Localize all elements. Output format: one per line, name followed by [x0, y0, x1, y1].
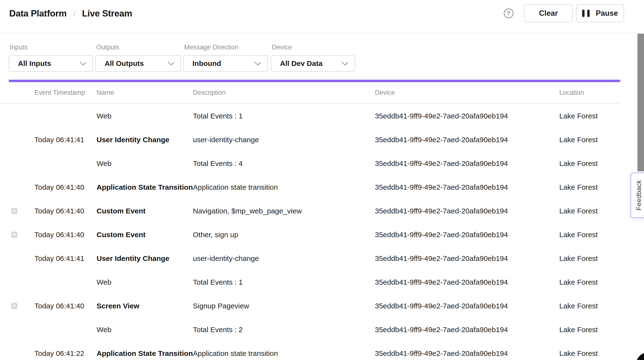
device-id-cell: 35eddb41-9ff9-49e2-7aed-20afa90eb194: [375, 294, 508, 318]
table-row[interactable]: Today 06:41:22 Application State Transit…: [0, 342, 644, 360]
event-timestamp-cell: Today 06:41:40: [34, 176, 84, 199]
event-timestamp-cell: Today 06:41:40: [34, 223, 84, 247]
device-id-cell: 35eddb41-9ff9-49e2-7aed-20afa90eb194: [375, 223, 508, 247]
location-cell: Lake Forest: [559, 104, 598, 128]
event-name-cell: User Identity Change: [96, 247, 169, 270]
event-name-cell: Custom Event: [96, 199, 146, 223]
plus-icon: +: [12, 303, 16, 309]
pause-button-label: Pause: [596, 9, 618, 18]
filter-inputs: Inputs All Inputs: [9, 33, 93, 72]
feedback-tab-label: Feedback: [635, 180, 643, 210]
chevron-down-icon: [342, 59, 348, 65]
filter-message-direction: Message Direction Inbound: [183, 33, 268, 72]
plus-icon: +: [12, 208, 16, 214]
description-cell: user-identity-change: [193, 128, 259, 152]
column-header-name: Name: [96, 82, 114, 103]
device-id-cell: 35eddb41-9ff9-49e2-7aed-20afa90eb194: [375, 270, 508, 294]
message-direction-dropdown-value: Inbound: [192, 59, 221, 68]
expand-button[interactable]: +: [11, 232, 18, 238]
filter-outputs-label: Outputs: [96, 44, 181, 51]
location-cell: Lake Forest: [559, 152, 598, 176]
description-cell: Navigation, $mp_web_page_view: [193, 199, 302, 223]
device-id-cell: 35eddb41-9ff9-49e2-7aed-20afa90eb194: [375, 104, 508, 128]
event-name-cell: User Identity Change: [96, 128, 169, 152]
event-timestamp-cell: Today 06:41:41: [34, 128, 84, 152]
live-stream-accent-bar: [9, 80, 620, 82]
description-cell: Total Events : 1: [193, 104, 243, 128]
pause-button[interactable]: Pause: [576, 4, 624, 22]
description-cell: user-identity-change: [193, 247, 259, 270]
table-row[interactable]: Today 06:41:41 User Identity Change user…: [0, 247, 644, 270]
header-actions: ? Clear Pause: [504, 4, 624, 22]
pause-icon: [582, 10, 590, 17]
table-row[interactable]: + Today 06:41:40 Custom Event Other, sig…: [0, 223, 644, 247]
device-id-cell: 35eddb41-9ff9-49e2-7aed-20afa90eb194: [375, 247, 508, 270]
device-id-cell: 35eddb41-9ff9-49e2-7aed-20afa90eb194: [375, 128, 508, 152]
scrollbar-thumb[interactable]: [638, 34, 644, 171]
table-row[interactable]: Web Total Events : 2 35eddb41-9ff9-49e2-…: [0, 318, 644, 342]
column-header-location: Location: [559, 82, 584, 103]
device-id-cell: 35eddb41-9ff9-49e2-7aed-20afa90eb194: [375, 176, 508, 199]
breadcrumb: Data Platform / Live Stream: [9, 4, 132, 23]
inputs-dropdown[interactable]: All Inputs: [9, 55, 93, 72]
event-name-cell: Web: [96, 104, 112, 128]
device-id-cell: 35eddb41-9ff9-49e2-7aed-20afa90eb194: [375, 318, 508, 342]
location-cell: Lake Forest: [559, 176, 598, 199]
chevron-down-icon: [168, 59, 174, 65]
expand-button[interactable]: +: [11, 208, 18, 214]
description-cell: Total Events : 2: [193, 318, 243, 342]
description-cell: Signup Pageview: [193, 294, 249, 318]
table-header-row: Event Timestamp Name Description Device …: [0, 82, 620, 104]
device-id-cell: 35eddb41-9ff9-49e2-7aed-20afa90eb194: [375, 152, 508, 176]
event-name-cell: Application State Transition: [96, 176, 193, 199]
chevron-down-icon: [254, 59, 261, 65]
event-table-body: Web Total Events : 1 35eddb41-9ff9-49e2-…: [0, 104, 644, 360]
location-cell: Lake Forest: [559, 247, 598, 270]
inputs-dropdown-value: All Inputs: [18, 59, 51, 68]
message-direction-dropdown[interactable]: Inbound: [183, 55, 268, 72]
location-cell: Lake Forest: [559, 199, 598, 223]
location-cell: Lake Forest: [559, 270, 598, 294]
table-row[interactable]: Web Total Events : 4 35eddb41-9ff9-49e2-…: [0, 152, 644, 176]
filter-bar: Inputs All Inputs Outputs All Outputs Me…: [9, 33, 357, 72]
device-id-cell: 35eddb41-9ff9-49e2-7aed-20afa90eb194: [375, 199, 508, 223]
table-row[interactable]: Today 06:41:40 Application State Transit…: [0, 176, 644, 199]
description-cell: Total Events : 1: [193, 270, 243, 294]
breadcrumb-separator: /: [73, 9, 76, 18]
help-icon[interactable]: ?: [504, 8, 514, 18]
description-cell: Other, sign up: [193, 223, 238, 247]
outputs-dropdown-value: All Outputs: [104, 59, 144, 68]
location-cell: Lake Forest: [559, 318, 598, 342]
description-cell: Total Events : 4: [193, 152, 243, 176]
expand-button[interactable]: +: [11, 303, 18, 309]
event-timestamp-cell: Today 06:41:40: [34, 294, 84, 318]
feedback-tab[interactable]: Feedback: [630, 173, 644, 218]
table-row[interactable]: + Today 06:41:40 Custom Event Navigation…: [0, 199, 644, 223]
column-header-description: Description: [193, 82, 226, 103]
column-header-device: Device: [375, 82, 395, 103]
plus-icon: +: [12, 232, 16, 237]
filter-inputs-label: Inputs: [10, 44, 93, 51]
location-cell: Lake Forest: [559, 223, 598, 247]
outputs-dropdown[interactable]: All Outputs: [95, 55, 181, 72]
table-row[interactable]: + Today 06:41:40 Screen View Signup Page…: [0, 294, 644, 318]
column-header-event-timestamp: Event Timestamp: [34, 82, 85, 103]
device-id-cell: 35eddb41-9ff9-49e2-7aed-20afa90eb194: [375, 342, 508, 360]
event-name-cell: Web: [96, 270, 112, 294]
event-name-cell: Custom Event: [96, 223, 146, 247]
device-dropdown[interactable]: All Dev Data: [271, 55, 355, 72]
event-timestamp-cell: Today 06:41:22: [34, 342, 84, 360]
event-name-cell: Screen View: [96, 294, 139, 318]
clear-button[interactable]: Clear: [524, 4, 573, 22]
breadcrumb-data-platform[interactable]: Data Platform: [9, 8, 67, 19]
filter-message-direction-label: Message Direction: [184, 44, 268, 51]
table-row[interactable]: Web Total Events : 1 35eddb41-9ff9-49e2-…: [0, 104, 644, 128]
table-row[interactable]: Today 06:41:41 User Identity Change user…: [0, 128, 644, 152]
table-row[interactable]: Web Total Events : 1 35eddb41-9ff9-49e2-…: [0, 270, 644, 294]
filter-device-label: Device: [272, 44, 355, 51]
filter-device: Device All Dev Data: [271, 33, 355, 72]
filter-outputs: Outputs All Outputs: [95, 33, 181, 72]
location-cell: Lake Forest: [559, 128, 598, 152]
event-name-cell: Web: [96, 318, 112, 342]
chevron-down-icon: [80, 59, 86, 65]
